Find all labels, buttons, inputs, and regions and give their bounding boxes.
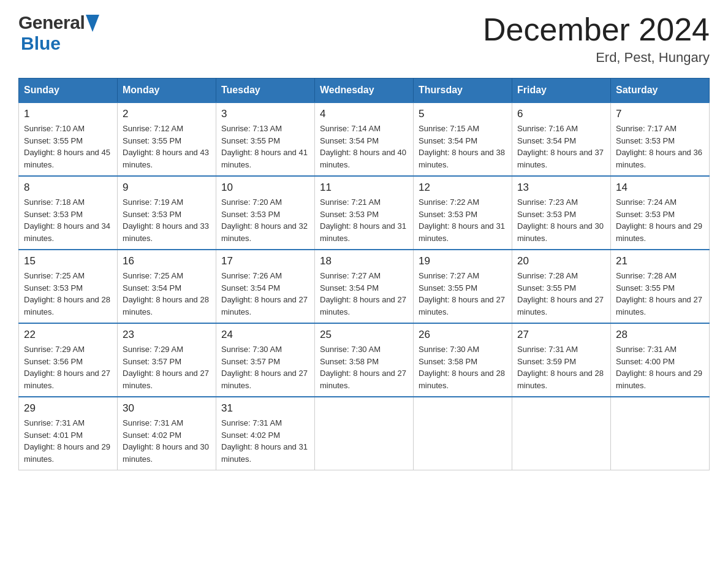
day-number: 2: [123, 108, 211, 120]
day-info: Sunrise: 7:21 AMSunset: 3:53 PMDaylight:…: [320, 196, 408, 244]
calendar-cell: 28Sunrise: 7:31 AMSunset: 4:00 PMDayligh…: [611, 323, 710, 397]
logo-blue-text: Blue: [21, 33, 61, 53]
col-header-friday: Friday: [512, 79, 611, 103]
calendar-table: SundayMondayTuesdayWednesdayThursdayFrid…: [18, 78, 710, 470]
calendar-cell: 2Sunrise: 7:12 AMSunset: 3:55 PMDaylight…: [118, 102, 216, 176]
logo-arrow-icon: [86, 15, 99, 32]
day-info: Sunrise: 7:28 AMSunset: 3:55 PMDaylight:…: [616, 270, 704, 318]
day-number: 27: [517, 329, 605, 341]
calendar-cell: 29Sunrise: 7:31 AMSunset: 4:01 PMDayligh…: [19, 397, 118, 470]
calendar-cell: 25Sunrise: 7:30 AMSunset: 3:58 PMDayligh…: [315, 323, 414, 397]
day-number: 5: [419, 108, 507, 120]
day-info: Sunrise: 7:14 AMSunset: 3:54 PMDaylight:…: [320, 123, 408, 170]
day-number: 21: [616, 255, 704, 267]
calendar-cell: 16Sunrise: 7:25 AMSunset: 3:54 PMDayligh…: [118, 250, 216, 323]
calendar-cell: 31Sunrise: 7:31 AMSunset: 4:02 PMDayligh…: [216, 397, 315, 470]
day-info: Sunrise: 7:18 AMSunset: 3:53 PMDaylight:…: [24, 196, 112, 244]
calendar-cell: 19Sunrise: 7:27 AMSunset: 3:55 PMDayligh…: [414, 250, 512, 323]
day-number: 29: [24, 402, 112, 415]
col-header-wednesday: Wednesday: [315, 79, 414, 103]
calendar-header-row: SundayMondayTuesdayWednesdayThursdayFrid…: [19, 79, 710, 103]
day-info: Sunrise: 7:31 AMSunset: 4:02 PMDaylight:…: [221, 417, 309, 465]
day-number: 9: [123, 182, 211, 194]
day-number: 26: [419, 329, 507, 341]
day-info: Sunrise: 7:30 AMSunset: 3:57 PMDaylight:…: [221, 343, 309, 391]
calendar-cell: 24Sunrise: 7:30 AMSunset: 3:57 PMDayligh…: [216, 323, 315, 397]
day-number: 12: [419, 182, 507, 194]
calendar-cell: 26Sunrise: 7:30 AMSunset: 3:58 PMDayligh…: [414, 323, 512, 397]
calendar-cell: 11Sunrise: 7:21 AMSunset: 3:53 PMDayligh…: [315, 176, 414, 250]
day-number: 25: [320, 329, 408, 341]
calendar-cell: 1Sunrise: 7:10 AMSunset: 3:55 PMDaylight…: [19, 102, 118, 176]
calendar-cell: 23Sunrise: 7:29 AMSunset: 3:57 PMDayligh…: [118, 323, 216, 397]
col-header-monday: Monday: [118, 79, 216, 103]
calendar-week-3: 15Sunrise: 7:25 AMSunset: 3:53 PMDayligh…: [19, 250, 710, 323]
calendar-week-1: 1Sunrise: 7:10 AMSunset: 3:55 PMDaylight…: [19, 102, 710, 176]
col-header-sunday: Sunday: [19, 79, 118, 103]
day-info: Sunrise: 7:27 AMSunset: 3:55 PMDaylight:…: [419, 270, 507, 318]
day-number: 16: [123, 255, 211, 267]
calendar-week-4: 22Sunrise: 7:29 AMSunset: 3:56 PMDayligh…: [19, 323, 710, 397]
calendar-week-2: 8Sunrise: 7:18 AMSunset: 3:53 PMDaylight…: [19, 176, 710, 250]
day-number: 15: [24, 255, 112, 267]
calendar-cell: 7Sunrise: 7:17 AMSunset: 3:53 PMDaylight…: [611, 102, 710, 176]
day-info: Sunrise: 7:23 AMSunset: 3:53 PMDaylight:…: [517, 196, 605, 244]
day-number: 4: [320, 108, 408, 120]
day-number: 20: [517, 255, 605, 267]
day-number: 23: [123, 329, 211, 341]
calendar-cell: 15Sunrise: 7:25 AMSunset: 3:53 PMDayligh…: [19, 250, 118, 323]
day-number: 30: [123, 402, 211, 415]
day-info: Sunrise: 7:19 AMSunset: 3:53 PMDaylight:…: [123, 196, 211, 244]
calendar-cell: [512, 397, 611, 470]
month-title: December 2024: [483, 12, 710, 47]
day-number: 24: [221, 329, 309, 341]
day-info: Sunrise: 7:27 AMSunset: 3:54 PMDaylight:…: [320, 270, 408, 318]
day-number: 22: [24, 329, 112, 341]
day-info: Sunrise: 7:31 AMSunset: 4:02 PMDaylight:…: [123, 417, 211, 465]
calendar-cell: 27Sunrise: 7:31 AMSunset: 3:59 PMDayligh…: [512, 323, 611, 397]
day-number: 13: [517, 182, 605, 194]
day-info: Sunrise: 7:26 AMSunset: 3:54 PMDaylight:…: [221, 270, 309, 318]
day-number: 8: [24, 182, 112, 194]
calendar-cell: [315, 397, 414, 470]
calendar-cell: 9Sunrise: 7:19 AMSunset: 3:53 PMDaylight…: [118, 176, 216, 250]
calendar-week-5: 29Sunrise: 7:31 AMSunset: 4:01 PMDayligh…: [19, 397, 710, 470]
day-info: Sunrise: 7:25 AMSunset: 3:54 PMDaylight:…: [123, 270, 211, 318]
day-number: 7: [616, 108, 704, 120]
day-number: 17: [221, 255, 309, 267]
calendar-cell: 21Sunrise: 7:28 AMSunset: 3:55 PMDayligh…: [611, 250, 710, 323]
title-block: December 2024 Erd, Pest, Hungary: [483, 12, 710, 66]
page-header: General Blue December 2024 Erd, Pest, Hu…: [18, 12, 710, 66]
calendar-cell: 18Sunrise: 7:27 AMSunset: 3:54 PMDayligh…: [315, 250, 414, 323]
day-info: Sunrise: 7:15 AMSunset: 3:54 PMDaylight:…: [419, 123, 507, 170]
col-header-thursday: Thursday: [414, 79, 512, 103]
day-info: Sunrise: 7:25 AMSunset: 3:53 PMDaylight:…: [24, 270, 112, 318]
day-number: 6: [517, 108, 605, 120]
calendar-cell: 30Sunrise: 7:31 AMSunset: 4:02 PMDayligh…: [118, 397, 216, 470]
day-number: 19: [419, 255, 507, 267]
logo-general-text: General: [18, 12, 85, 33]
col-header-tuesday: Tuesday: [216, 79, 315, 103]
calendar-cell: 3Sunrise: 7:13 AMSunset: 3:55 PMDaylight…: [216, 102, 315, 176]
day-number: 31: [221, 402, 309, 415]
calendar-cell: 5Sunrise: 7:15 AMSunset: 3:54 PMDaylight…: [414, 102, 512, 176]
calendar-cell: 10Sunrise: 7:20 AMSunset: 3:53 PMDayligh…: [216, 176, 315, 250]
calendar-cell: [611, 397, 710, 470]
col-header-saturday: Saturday: [611, 79, 710, 103]
day-number: 1: [24, 108, 112, 120]
day-number: 14: [616, 182, 704, 194]
day-info: Sunrise: 7:29 AMSunset: 3:57 PMDaylight:…: [123, 343, 211, 391]
day-info: Sunrise: 7:12 AMSunset: 3:55 PMDaylight:…: [123, 123, 211, 170]
calendar-cell: 20Sunrise: 7:28 AMSunset: 3:55 PMDayligh…: [512, 250, 611, 323]
day-number: 3: [221, 108, 309, 120]
day-info: Sunrise: 7:22 AMSunset: 3:53 PMDaylight:…: [419, 196, 507, 244]
calendar-cell: 8Sunrise: 7:18 AMSunset: 3:53 PMDaylight…: [19, 176, 118, 250]
day-number: 18: [320, 255, 408, 267]
day-info: Sunrise: 7:28 AMSunset: 3:55 PMDaylight:…: [517, 270, 605, 318]
day-info: Sunrise: 7:24 AMSunset: 3:53 PMDaylight:…: [616, 196, 704, 244]
calendar-cell: 12Sunrise: 7:22 AMSunset: 3:53 PMDayligh…: [414, 176, 512, 250]
calendar-cell: 4Sunrise: 7:14 AMSunset: 3:54 PMDaylight…: [315, 102, 414, 176]
svg-marker-0: [86, 15, 99, 32]
calendar-cell: 6Sunrise: 7:16 AMSunset: 3:54 PMDaylight…: [512, 102, 611, 176]
logo: General Blue: [18, 12, 99, 54]
